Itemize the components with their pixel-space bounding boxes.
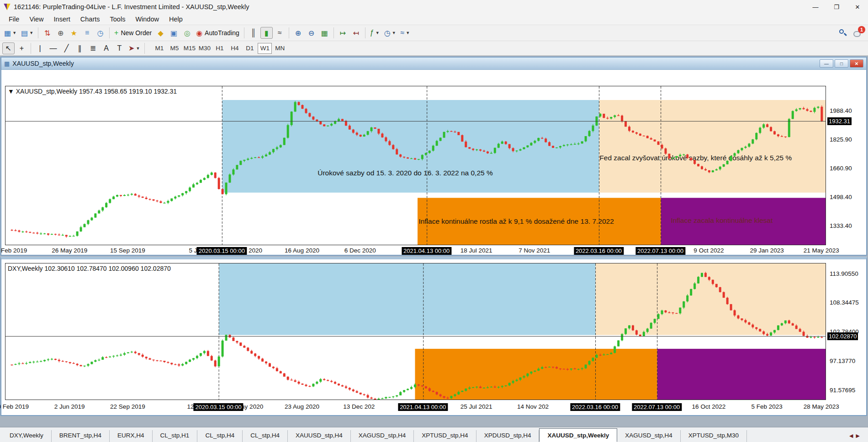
chart-minimize-button[interactable]: — [820, 59, 833, 68]
chevron-down-icon[interactable]: ▼ [29, 31, 33, 35]
tab-scroll-arrows[interactable]: ◀▶ [849, 433, 868, 442]
timeframe-button-m5[interactable]: M5 [167, 43, 181, 54]
timeframe-button-w1[interactable]: W1 [258, 43, 272, 54]
menu-tools[interactable]: Tools [105, 15, 131, 24]
timeframe-button-m30[interactable]: M30 [197, 43, 212, 54]
new-order-button[interactable]: +New Order [112, 27, 153, 39]
new-order-label: New Order [121, 29, 152, 37]
chart-window-titlebar[interactable]: ▦ XAUUSD_stp,Weekly — □ ✕ [1, 58, 866, 70]
tab-brent-stp-h4[interactable]: BRENT_stp,H4 [52, 430, 110, 442]
tab-eurx-h4[interactable]: EURX,H4 [110, 430, 153, 442]
autotrading-button[interactable]: ◉AutoTrading [194, 27, 241, 39]
chevron-down-icon[interactable]: ▼ [12, 31, 16, 35]
menu-help[interactable]: Help [164, 15, 188, 24]
zoom-out-button[interactable]: ⊖ [305, 27, 318, 39]
timeframe-button-mn[interactable]: MN [273, 43, 287, 54]
arrows-button[interactable]: ➤▼ [127, 42, 142, 54]
tab-xptusd-stp-h4[interactable]: XPTUSD_stp,H4 [414, 430, 476, 442]
menu-charts[interactable]: Charts [75, 15, 105, 24]
xauusd-time-scale[interactable]: 3 Feb 201926 May 201915 Sep 20195 JApr 2… [1, 247, 868, 256]
indicators-button[interactable]: ƒ▼ [368, 27, 381, 39]
metaeditor-button[interactable]: ▣ [168, 27, 180, 39]
bar-chart-button[interactable]: ║ [247, 27, 259, 39]
text-label-button[interactable]: T [113, 42, 126, 54]
tab-cl-stp-h4[interactable]: CL_stp,H4 [243, 430, 288, 442]
menu-window[interactable]: Window [130, 15, 164, 24]
strategy-tester-button[interactable]: ◷ [94, 27, 106, 39]
dxy-price-scale[interactable]: 113.90550108.34475102.7840097.1377091.57… [827, 263, 868, 400]
tab-xauusd-stp-weekly[interactable]: XAUUSD_stp,Weekly [539, 428, 617, 442]
notification-badge: 1 [858, 26, 865, 33]
region-rates-hiking [596, 263, 826, 335]
window-maximize-button[interactable]: ❐ [826, 0, 847, 14]
xauusd-price-scale[interactable]: 1988.401825.901660.901498.401333.401932.… [827, 86, 868, 245]
menu-view[interactable]: View [24, 15, 48, 24]
cursor-button[interactable]: ↖ [2, 42, 15, 54]
chevron-down-icon[interactable]: ▼ [406, 31, 410, 35]
chart-shift-button[interactable]: ↤ [350, 27, 362, 39]
market-watch-button[interactable]: ⇅ [41, 27, 53, 39]
tab-xagusd-stp-h4[interactable]: XAGUSD_stp,H4 [351, 430, 414, 442]
equidistant-channel-button[interactable]: ∥ [74, 42, 86, 54]
trendline-button[interactable]: ╱ [60, 42, 73, 54]
navigator-button[interactable]: ⊕ [54, 27, 67, 39]
line-chart-button[interactable]: ≈ [274, 27, 286, 39]
standard-toolbar: ▦▼▤▼⇅⊕★≡◷+New Order◆▣◎◉AutoTrading║▮≈⊕⊖▦… [0, 25, 868, 41]
data-window-button[interactable]: ≡ [81, 27, 93, 39]
vertical-line-button[interactable]: | [34, 42, 46, 54]
date-tick: 23 Aug 2020 [285, 403, 319, 410]
chart-close-button[interactable]: ✕ [850, 59, 863, 68]
fibonacci-retracement-button[interactable]: ≣ [87, 42, 99, 54]
crosshair-button[interactable]: + [16, 42, 28, 54]
toolbox-button[interactable]: ◆ [154, 27, 167, 39]
menu-file[interactable]: File [4, 15, 24, 24]
new-chart-button[interactable]: ▦▼ [2, 27, 18, 39]
timeframe-button-m1[interactable]: M1 [152, 43, 166, 54]
auto-scroll-button[interactable]: ↦ [337, 27, 349, 39]
chart-restore-button[interactable]: □ [835, 59, 848, 68]
tab-xpdusd-stp-h4[interactable]: XPDUSD_stp,H4 [476, 430, 540, 442]
search-icon[interactable] [839, 29, 847, 37]
window-minimize-button[interactable]: — [805, 0, 826, 14]
tab-scroll-right-icon: ▶ [856, 433, 863, 438]
tile-windows-button[interactable]: ▦ [318, 27, 331, 39]
tab-xauusd-stp-h4[interactable]: XAUUSD_stp,H4 [288, 430, 351, 442]
notifications-icon[interactable]: 1 [853, 29, 863, 37]
chevron-down-icon[interactable]: ▼ [376, 31, 380, 35]
indicators-icon: ƒ [370, 29, 374, 37]
text-icon: A [104, 44, 109, 53]
window-close-button[interactable]: ✕ [847, 0, 868, 14]
signals-icon: ◎ [184, 29, 191, 37]
chevron-down-icon[interactable]: ▼ [136, 46, 140, 51]
text-button[interactable]: A [100, 42, 112, 54]
menu-insert[interactable]: Insert [49, 15, 75, 24]
tab-dxy-weekly[interactable]: DXY,Weekly [2, 430, 52, 442]
horizontal-line-button[interactable]: — [47, 42, 59, 54]
tab-xptusd-stp-m30[interactable]: XPTUSD_stp,M30 [681, 430, 747, 442]
tab-cl-stp-h4[interactable]: CL_stp,H4 [197, 430, 243, 442]
timeframe-button-m15[interactable]: M15 [182, 43, 196, 54]
dxy-time-scale[interactable]: 10 Feb 20192 Jun 201922 Sep 201912May 20… [1, 403, 868, 412]
candlestick-chart-button[interactable]: ▮ [260, 27, 273, 39]
region-rates-low [222, 100, 599, 193]
zoom-in-icon: ⊕ [295, 29, 301, 37]
profiles-button[interactable]: ▤▼ [19, 27, 35, 39]
zoom-in-button[interactable]: ⊕ [292, 27, 304, 39]
signals-button[interactable]: ◎ [181, 27, 193, 39]
timeframe-button-d1[interactable]: D1 [243, 43, 257, 54]
event-date-label: 2022.03.16 00:00 [570, 403, 620, 411]
periods-button[interactable]: ◷▼ [382, 27, 398, 39]
favorites-button[interactable]: ★ [68, 27, 80, 39]
chevron-down-icon[interactable]: ▼ [392, 31, 396, 35]
dxy-plot-area[interactable] [5, 263, 826, 400]
timeframe-toolbar: M1M5M15M30H1H4D1W1MN [152, 43, 287, 54]
templates-button[interactable]: ≈▼ [399, 27, 412, 39]
xauusd-plot-area[interactable]: Úrokové sazby od 15. 3. 2020 do 16. 3. 2… [5, 86, 826, 245]
tab-cl-stp-h1[interactable]: CL_stp,H1 [153, 430, 198, 442]
date-tick: 22 Sep 2019 [110, 403, 145, 410]
timeframe-button-h1[interactable]: H1 [212, 43, 227, 54]
candlestick-chart-icon: ▮ [265, 29, 269, 37]
strategy-tester-icon: ◷ [97, 29, 104, 37]
timeframe-button-h4[interactable]: H4 [228, 43, 242, 54]
tab-xagusd-stp-h4[interactable]: XAGUSD_stp,H4 [617, 430, 681, 442]
